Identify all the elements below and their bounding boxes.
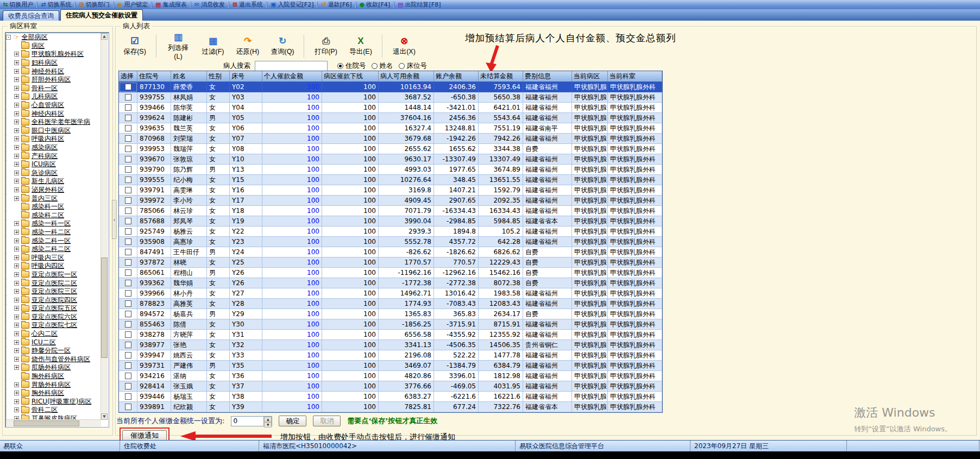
tree-expand-icon[interactable]: + [14, 263, 19, 268]
table-row[interactable]: 939972李小玲女Y171001004909.452907.652092.35… [119, 196, 662, 206]
table-row[interactable]: 939466陈华英女Y041001001448.14-3421.016421.0… [119, 103, 662, 113]
scrollbar-thumb[interactable] [14, 420, 79, 426]
table-row[interactable]: 939635魏兰英女Y0610010016327.413248.817551.1… [119, 123, 662, 134]
row-checkbox[interactable] [125, 331, 131, 338]
column-header-性别[interactable]: 性别 [207, 71, 230, 81]
cell-选择[interactable] [119, 165, 137, 175]
tree-item[interactable]: +亚定点医院五区 [6, 304, 101, 313]
amount-value[interactable]: 0 [231, 417, 263, 426]
confirm-button[interactable]: 确定 [279, 416, 306, 426]
tree-expand-icon[interactable]: + [14, 154, 19, 159]
row-checkbox[interactable] [125, 115, 131, 121]
tree-expand-icon[interactable]: + [14, 230, 19, 235]
search-input[interactable] [255, 61, 328, 71]
row-checkbox[interactable] [125, 238, 131, 245]
column-header-姓名[interactable]: 姓名 [171, 71, 207, 81]
tree-expand-icon[interactable]: + [14, 399, 19, 404]
cancel-button[interactable]: 取消 [313, 416, 341, 426]
tree-item[interactable]: +神经内科区 [6, 109, 101, 118]
column-header-选择[interactable]: 选择 [119, 71, 137, 81]
tree-expand-icon[interactable]: + [14, 281, 19, 286]
row-checkbox[interactable] [125, 352, 131, 359]
tree-expand-icon[interactable]: + [14, 382, 19, 387]
tree-expand-icon[interactable]: + [14, 187, 19, 192]
cell-选择[interactable] [119, 92, 137, 103]
scroll-up-icon[interactable]: ▲ [101, 33, 108, 40]
tree-item[interactable]: +骨科一区 [6, 84, 101, 93]
row-checkbox[interactable] [125, 218, 131, 224]
row-checkbox[interactable] [125, 166, 131, 173]
toolbar-button-还原(H)[interactable]: ↷还原(H) [232, 34, 263, 59]
tree-item[interactable]: 病区 [6, 42, 101, 51]
table-row[interactable]: 938977张艳女Y321001003341.13-4506.3514506.3… [119, 340, 662, 350]
tree-expand-icon[interactable]: + [14, 315, 19, 319]
column-header-费别信息[interactable]: 费别信息 [523, 71, 572, 81]
tree-item[interactable]: +肝胆外科病区 [6, 76, 101, 84]
radio-住院号[interactable]: 住院号 [337, 61, 366, 71]
tree-item[interactable]: +甲状腺乳腺外科区 [6, 50, 101, 59]
cell-选择[interactable] [119, 216, 137, 227]
cell-选择[interactable] [119, 154, 137, 165]
tree-expand-icon[interactable]: + [14, 69, 19, 74]
cell-选择[interactable] [119, 330, 137, 340]
row-checkbox[interactable] [125, 208, 131, 214]
cell-选择[interactable] [119, 144, 137, 154]
cell-选择[interactable] [119, 185, 137, 196]
table-row[interactable]: 857688郑凤琴女Y191001003990.04-2984.855984.8… [119, 216, 662, 227]
tree-item[interactable]: +心内二区 [6, 330, 101, 338]
table-row[interactable]: 870968刘荣瑞女Y071001003679.68-1942.267942.2… [119, 134, 662, 144]
tree-item[interactable]: +亚定点医院三区 [6, 287, 101, 296]
tree-expand-icon[interactable]: + [14, 145, 19, 150]
column-header-住院号[interactable]: 住院号 [137, 71, 171, 81]
column-header-当前科室[interactable]: 当前科室 [608, 71, 662, 81]
toolbar-button-打印(P)[interactable]: ⎙打印(P) [310, 34, 342, 59]
table-row[interactable]: 847491王牛田仔男Y24100100-826.62-1826.626826.… [119, 247, 662, 257]
row-checkbox[interactable] [125, 311, 131, 317]
cell-选择[interactable] [119, 227, 137, 237]
tab-住院病人预交金催款设置[interactable]: 住院病人预交金催款设置 [60, 9, 143, 21]
spinner-arrows[interactable]: ▲▼ [263, 417, 272, 426]
tree-expand-icon[interactable]: + [14, 255, 19, 260]
tree-item[interactable]: +胸外科病区 [6, 389, 101, 398]
cell-选择[interactable] [119, 175, 137, 185]
menu-item-用户锁定[interactable]: ◉用户锁定 [115, 0, 151, 9]
row-checkbox[interactable] [125, 94, 131, 100]
column-header-未结算金额[interactable]: 未结算金额 [479, 71, 523, 81]
table-row[interactable]: 939755林凤娟女Y031001003687.52-650.385650.38… [119, 92, 662, 103]
tree-item[interactable]: +心血管病区 [6, 101, 101, 110]
row-checkbox[interactable] [125, 373, 131, 379]
tree-item[interactable]: +普内三区 [6, 194, 101, 203]
tree-expand-icon[interactable]: + [14, 238, 19, 243]
cell-选择[interactable] [119, 309, 137, 319]
menu-item-退出系统[interactable]: ⊠退出系统 [230, 0, 266, 9]
table-row[interactable]: 939731严建伟男Y351001003469.07-1384.796384.7… [119, 361, 662, 371]
cell-选择[interactable] [119, 113, 137, 123]
toolbar-button-保存(S)[interactable]: ☑保存(S) [119, 34, 150, 59]
tree-expand-icon[interactable]: + [14, 298, 19, 303]
row-checkbox[interactable] [125, 177, 131, 183]
tree-item[interactable]: +亚定点医院七区 [6, 321, 101, 330]
menu-item-切换用户[interactable]: ⇆切换用户 [0, 0, 36, 9]
tree-expand-icon[interactable]: + [14, 306, 19, 311]
tree-expand-icon[interactable]: + [14, 331, 19, 336]
tree-item[interactable]: 胸外科病区 [6, 372, 101, 381]
tree-expand-icon[interactable]: + [14, 365, 19, 370]
tree-item[interactable]: +烧伤与血管外科病区 [6, 355, 101, 364]
table-row[interactable]: 939670张敦琼女Y101001009630.17-13307.4913307… [119, 154, 662, 165]
tree-expand-icon[interactable]: + [14, 247, 19, 251]
tree-horizontal-scrollbar[interactable] [6, 419, 101, 426]
toolbar-button-查询(Q)[interactable]: ↻查询(Q) [267, 34, 298, 59]
tree-expand-icon[interactable]: + [14, 60, 19, 65]
cell-选择[interactable] [119, 371, 137, 381]
column-header-个人催款金额[interactable]: 个人催款金额 [262, 71, 322, 81]
tree-item[interactable]: +儿科病区 [6, 92, 101, 101]
column-header-账户余额[interactable]: 账户余额 [434, 71, 479, 81]
tree-expand-icon[interactable]: + [14, 171, 19, 175]
table-row[interactable]: 939891纪欣颍女Y391001007825.81677.247322.76福… [119, 402, 662, 412]
table-row[interactable]: 937872林晓女Y251001001770.57770.5712229.43自… [119, 257, 662, 268]
tree-item[interactable]: +感染二科一区 [6, 236, 101, 245]
cell-选择[interactable] [119, 103, 137, 113]
tree-item[interactable]: +神经外科区 [6, 67, 101, 76]
row-checkbox[interactable] [125, 280, 131, 286]
tree-vertical-scrollbar[interactable]: ▲ ▼ [100, 33, 108, 420]
